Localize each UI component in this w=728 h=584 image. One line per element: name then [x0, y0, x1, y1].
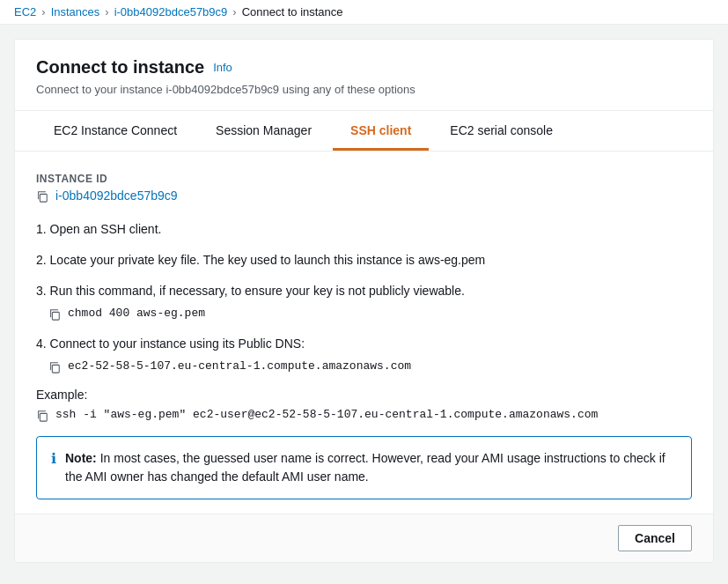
- note-body: In most cases, the guessed user name is …: [65, 451, 665, 484]
- tab-session-manager[interactable]: Session Manager: [198, 111, 329, 151]
- copy-example-icon[interactable]: [36, 407, 48, 421]
- steps-list: 1. Open an SSH client. 2. Locate your pr…: [36, 220, 692, 375]
- instance-id-value[interactable]: i-0bb4092bdce57b9c9: [55, 189, 178, 203]
- info-link[interactable]: Info: [213, 61, 232, 74]
- breadcrumb-instance-id[interactable]: i-0bb4092bdce57b9c9: [114, 5, 228, 18]
- copy-step4-icon[interactable]: [48, 357, 61, 375]
- instance-id-label: Instance ID: [36, 173, 692, 185]
- panel-header: Connect to instance Info Connect to your…: [15, 40, 713, 111]
- step-3: 3. Run this command, if necessary, to en…: [36, 282, 692, 322]
- tab-ssh-client[interactable]: SSH client: [333, 111, 429, 151]
- breadcrumb: EC2 › Instances › i-0bb4092bdce57b9c9 › …: [0, 0, 728, 25]
- tab-ec2-instance-connect[interactable]: EC2 Instance Connect: [36, 111, 195, 151]
- breadcrumb-ec2[interactable]: EC2: [14, 5, 36, 18]
- note-text: Note: In most cases, the guessed user na…: [65, 449, 677, 486]
- panel-footer: Cancel: [15, 514, 713, 562]
- connect-to-instance-panel: Connect to instance Info Connect to your…: [14, 39, 714, 563]
- breadcrumb-sep-1: ›: [41, 5, 45, 18]
- step-1: 1. Open an SSH client.: [36, 220, 692, 239]
- panel-body: Instance ID i-0bb4092bdce57b9c9 1. Open …: [15, 152, 713, 514]
- example-code: ssh -i "aws-eg.pem" ec2-user@ec2-52-58-5…: [55, 408, 598, 421]
- svg-rect-0: [40, 195, 47, 203]
- page-title: Connect to instance: [36, 57, 204, 78]
- svg-rect-3: [40, 413, 47, 421]
- breadcrumb-instances[interactable]: Instances: [51, 5, 100, 18]
- step-3-code: chmod 400 aws-eg.pem: [68, 305, 205, 322]
- example-label: Example:: [36, 388, 692, 402]
- info-circle-icon: ℹ: [51, 450, 56, 467]
- svg-rect-2: [52, 365, 59, 373]
- breadcrumb-sep-3: ›: [232, 5, 236, 18]
- copy-instance-id-icon[interactable]: [36, 189, 48, 203]
- tabs-bar: EC2 Instance Connect Session Manager SSH…: [15, 111, 713, 152]
- breadcrumb-current: Connect to instance: [242, 5, 343, 18]
- step-4-code-row: ec2-52-58-5-107.eu-central-1.compute.ama…: [48, 357, 692, 375]
- tab-ec2-serial-console[interactable]: EC2 serial console: [432, 111, 570, 151]
- step-3-code-row: chmod 400 aws-eg.pem: [48, 304, 692, 322]
- instance-id-row: i-0bb4092bdce57b9c9: [36, 189, 692, 203]
- step-2: 2. Locate your private key file. The key…: [36, 251, 692, 270]
- example-row: ssh -i "aws-eg.pem" ec2-user@ec2-52-58-5…: [36, 407, 692, 421]
- svg-rect-1: [52, 312, 59, 320]
- step-4-code: ec2-52-58-5-107.eu-central-1.compute.ama…: [68, 358, 411, 375]
- breadcrumb-sep-2: ›: [105, 5, 108, 18]
- note-box: ℹ Note: In most cases, the guessed user …: [36, 436, 692, 499]
- copy-step3-icon[interactable]: [48, 304, 61, 322]
- cancel-button[interactable]: Cancel: [618, 525, 692, 551]
- step-4: 4. Connect to your instance using its Pu…: [36, 335, 692, 375]
- note-bold: Note:: [65, 451, 97, 465]
- panel-subtitle: Connect to your instance i-0bb4092bdce57…: [36, 83, 692, 96]
